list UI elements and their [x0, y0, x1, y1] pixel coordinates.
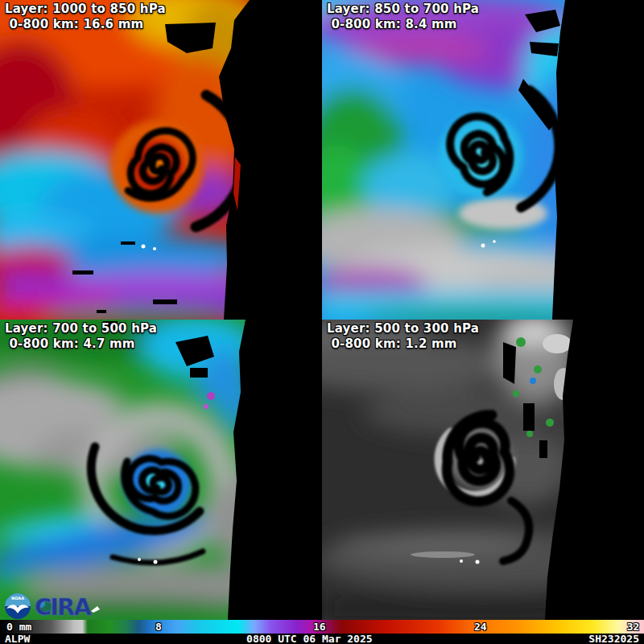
panel-1000-850hpa: Layer: 1000 to 850 hPa 0-800 km: 16.6 mm [0, 0, 322, 320]
product-name: ALPW [5, 634, 30, 644]
timestamp: 0800 UTC 06 Mar 2025 [246, 634, 373, 644]
cira-logo: CIRA [35, 593, 104, 619]
moisture-map-500-300hpa [322, 320, 644, 620]
layer-amount-label: 0-800 km: 1.2 mm [327, 336, 479, 352]
layer-label: Layer: 1000 to 850 hPa [5, 2, 166, 17]
quadrant-grid: Layer: 1000 to 850 hPa 0-800 km: 16.6 mm [0, 0, 644, 620]
panel-label: Layer: 1000 to 850 hPa 0-800 km: 16.6 mm [5, 2, 166, 32]
moisture-map-850-700hpa [322, 0, 644, 320]
colorbar-tick: 24 [474, 621, 487, 633]
layer-amount-label: 0-800 km: 4.7 mm [5, 336, 157, 352]
panel-700-500hpa: Layer: 700 to 500 hPa 0-800 km: 4.7 mm [0, 320, 322, 620]
colorbar-tick: 8 [155, 621, 162, 633]
colorbar-tick: 0 mm [6, 621, 31, 633]
panel-label: Layer: 700 to 500 hPa 0-800 km: 4.7 mm [5, 321, 157, 352]
cira-dish-icon [91, 606, 100, 613]
logo-row: NOAA CIRA [4, 592, 104, 620]
layer-label: Layer: 700 to 500 hPa [5, 321, 157, 336]
cira-logo-text: CIRA [35, 593, 92, 619]
panel-500-300hpa: Layer: 500 to 300 hPa 0-800 km: 1.2 mm [322, 320, 644, 620]
panel-850-700hpa: Layer: 850 to 700 hPa 0-800 km: 8.4 mm [322, 0, 644, 320]
colorbar-tick: 32 [627, 621, 640, 633]
colorbar-tick: 16 [313, 621, 326, 633]
panel-label: Layer: 500 to 300 hPa 0-800 km: 1.2 mm [327, 321, 479, 352]
noaa-logo-text: NOAA [11, 596, 24, 601]
colorbar: 0 mm8162432 [0, 620, 644, 634]
footer-bar: ALPW 0800 UTC 06 Mar 2025 SH232025 [0, 634, 644, 644]
moisture-map-1000-850hpa [0, 0, 322, 320]
layer-label: Layer: 850 to 700 hPa [327, 2, 479, 17]
layer-amount-label: 0-800 km: 8.4 mm [327, 17, 479, 32]
panel-label: Layer: 850 to 700 hPa 0-800 km: 8.4 mm [327, 2, 479, 32]
moisture-map-700-500hpa [0, 320, 322, 620]
noaa-logo: NOAA [4, 592, 31, 620]
layer-amount-label: 0-800 km: 16.6 mm [5, 17, 166, 32]
layer-label: Layer: 500 to 300 hPa [327, 321, 479, 336]
storm-id: SH232025 [588, 634, 639, 644]
alpw-four-panel-product: Layer: 1000 to 850 hPa 0-800 km: 16.6 mm [0, 0, 644, 644]
